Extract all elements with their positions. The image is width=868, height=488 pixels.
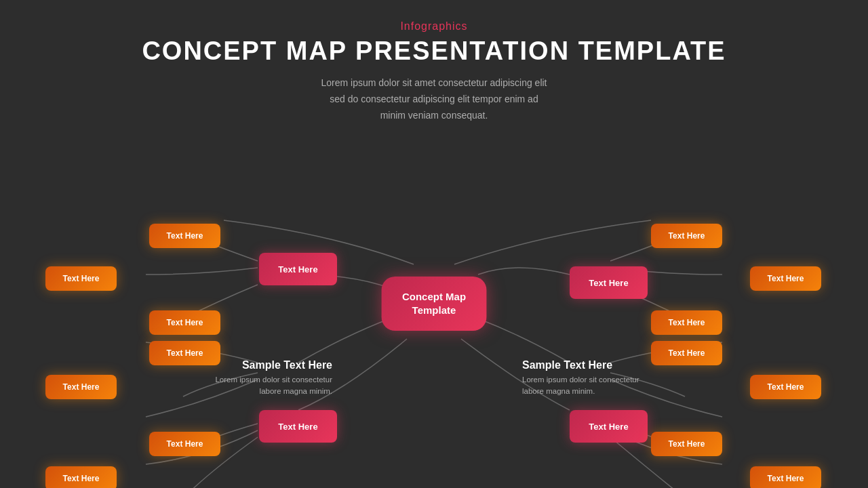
node-bottom-right-far[interactable]: Text Here bbox=[750, 466, 821, 488]
node-top-left-outer-top[interactable]: Text Here bbox=[149, 224, 220, 248]
node-top-right-outer-mid[interactable]: Text Here bbox=[651, 341, 722, 365]
node-top-left-outer-mid[interactable]: Text Here bbox=[149, 341, 220, 365]
concept-map-area: Concept MapTemplate Text Here Text Here … bbox=[0, 119, 868, 488]
infographics-label: Infographics bbox=[0, 20, 868, 33]
subtitle: Lorem ipsum dolor sit amet consectetur a… bbox=[0, 75, 868, 123]
node-top-right-inner[interactable]: Text Here bbox=[570, 266, 648, 299]
node-right-bottom[interactable]: Text Here bbox=[750, 375, 821, 399]
node-left-mid[interactable]: Text Here bbox=[149, 310, 220, 335]
main-title: CONCEPT MAP PRESENTATION TEMPLATE bbox=[0, 37, 868, 66]
sample-text-left: Sample Text Here Lorem ipsum dolor sit c… bbox=[197, 359, 332, 398]
node-left-bottom[interactable]: Text Here bbox=[45, 375, 117, 399]
node-bottom-left-outer-top[interactable]: Text Here bbox=[149, 432, 220, 456]
node-bottom-left-far[interactable]: Text Here bbox=[45, 466, 117, 488]
node-left-top[interactable]: Text Here bbox=[45, 266, 117, 291]
node-top-right-outer-top[interactable]: Text Here bbox=[651, 224, 722, 248]
sample-text-right: Sample Text Here Lorem ipsum dolor sit c… bbox=[522, 359, 658, 398]
node-right-top[interactable]: Text Here bbox=[750, 266, 821, 291]
node-top-left-inner[interactable]: Text Here bbox=[259, 253, 337, 285]
center-node: Concept MapTemplate bbox=[382, 277, 487, 331]
node-bottom-right-outer-top[interactable]: Text Here bbox=[651, 432, 722, 456]
node-bottom-right-inner[interactable]: Text Here bbox=[570, 410, 648, 443]
node-right-mid[interactable]: Text Here bbox=[651, 310, 722, 335]
page-header: Infographics CONCEPT MAP PRESENTATION TE… bbox=[0, 0, 868, 123]
node-bottom-left-inner[interactable]: Text Here bbox=[259, 410, 337, 443]
